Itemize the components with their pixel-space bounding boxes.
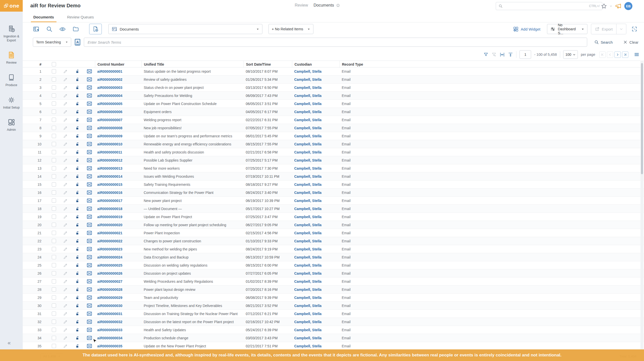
table-row[interactable]: 26 aiR0000 <box>23 269 644 277</box>
table-row[interactable]: 8 aiR00000 <box>23 124 644 132</box>
custodian-link[interactable]: Campbell, Stella <box>294 207 321 211</box>
product-logo[interactable]: one <box>0 0 23 12</box>
edit-pencil-icon[interactable] <box>63 303 68 308</box>
recent-documents-button[interactable] <box>89 24 102 34</box>
control-number-link[interactable]: aiR0000000005 <box>97 102 122 106</box>
edit-pencil-icon[interactable] <box>63 198 68 203</box>
custodian-link[interactable]: Campbell, Stella <box>294 102 321 106</box>
row-checkbox[interactable] <box>52 198 56 203</box>
edit-pencil-icon[interactable] <box>63 231 68 235</box>
custodian-link[interactable]: Campbell, Stella <box>294 86 321 90</box>
lock-open-icon[interactable] <box>75 271 80 276</box>
edit-pencil-icon[interactable] <box>63 150 68 154</box>
column-header-unified-title[interactable]: Unified Title <box>141 61 243 68</box>
lock-open-icon[interactable] <box>75 85 80 90</box>
table-row[interactable]: 19 aiR0000 <box>23 213 644 221</box>
column-header-record-type[interactable]: Record Type <box>339 61 644 68</box>
control-number-link[interactable]: aiR0000000029 <box>97 296 122 300</box>
edit-pencil-icon[interactable] <box>63 69 68 74</box>
custodian-link[interactable]: Campbell, Stella <box>294 183 321 187</box>
favorite-star-icon[interactable] <box>336 3 340 8</box>
control-number-link[interactable]: aiR0000000013 <box>97 166 122 170</box>
control-number-link[interactable]: aiR0000000008 <box>97 126 122 130</box>
edit-pencil-icon[interactable] <box>63 295 68 300</box>
lock-open-icon[interactable] <box>75 279 80 284</box>
custodian-link[interactable]: Campbell, Stella <box>294 279 321 283</box>
row-checkbox[interactable] <box>52 303 56 308</box>
edit-pencil-icon[interactable] <box>63 110 68 114</box>
control-number-link[interactable]: aiR0000000033 <box>97 328 122 332</box>
custodian-link[interactable]: Campbell, Stella <box>294 78 321 82</box>
sidebar-item-produce[interactable]: Produce <box>0 73 23 87</box>
lock-open-icon[interactable] <box>75 295 80 300</box>
search-panel-icon[interactable] <box>46 26 53 32</box>
table-row[interactable]: 21 aiR0000 <box>23 229 644 237</box>
lock-open-icon[interactable] <box>75 190 80 195</box>
custodian-link[interactable]: Campbell, Stella <box>294 126 321 130</box>
table-row[interactable]: 24 aiR0000 <box>23 253 644 261</box>
related-items-select[interactable]: + No Related Items <box>268 24 313 34</box>
control-number-link[interactable]: aiR0000000025 <box>97 263 122 267</box>
table-row[interactable]: 11 aiR0000 <box>23 148 644 156</box>
edit-pencil-icon[interactable] <box>63 174 68 179</box>
control-number-link[interactable]: aiR0000000004 <box>97 94 122 98</box>
lock-open-icon[interactable] <box>75 328 80 332</box>
row-checkbox[interactable] <box>52 239 56 243</box>
row-checkbox[interactable] <box>52 101 56 106</box>
user-avatar[interactable]: EB <box>624 2 632 10</box>
edit-pencil-icon[interactable] <box>63 287 68 292</box>
table-row[interactable]: 22 aiR0000 <box>23 237 644 245</box>
views-eye-icon[interactable] <box>59 26 66 33</box>
control-number-link[interactable]: aiR0000000032 <box>97 320 122 324</box>
custodian-link[interactable]: Campbell, Stella <box>294 239 321 243</box>
next-page-icon[interactable] <box>614 51 621 58</box>
row-checkbox[interactable] <box>52 150 56 154</box>
lock-open-icon[interactable] <box>75 69 80 74</box>
row-checkbox[interactable] <box>52 93 56 98</box>
custodian-link[interactable]: Campbell, Stella <box>294 296 321 300</box>
control-number-link[interactable]: aiR0000000024 <box>97 255 122 259</box>
table-row[interactable]: 1 aiR00000 <box>23 67 644 75</box>
lock-open-icon[interactable] <box>75 255 80 260</box>
global-search-input[interactable] <box>505 4 587 8</box>
table-row[interactable]: 27 aiR0000 <box>23 277 644 286</box>
row-checkbox[interactable] <box>52 110 56 114</box>
edit-pencil-icon[interactable] <box>63 312 68 316</box>
table-row[interactable]: 35 aiR0000 <box>23 342 644 350</box>
lock-open-icon[interactable] <box>75 215 80 219</box>
vertical-scrollbar[interactable] <box>640 61 643 349</box>
column-header-control-number[interactable]: Control Number <box>95 61 141 68</box>
edit-pencil-icon[interactable] <box>63 344 68 348</box>
edit-pencil-icon[interactable] <box>63 166 68 171</box>
edit-pencil-icon[interactable] <box>63 223 68 227</box>
sidebar-item-ingestion-export[interactable]: Ingestion & Export <box>0 25 23 42</box>
table-row[interactable]: 30 aiR0000 <box>23 302 644 310</box>
custodian-link[interactable]: Campbell, Stella <box>294 215 321 219</box>
control-number-link[interactable]: aiR0000000019 <box>97 215 122 219</box>
row-checkbox[interactable] <box>52 336 56 340</box>
lock-open-icon[interactable] <box>75 312 80 316</box>
collapse-sidebar-icon[interactable]: « <box>8 340 11 346</box>
table-row[interactable]: 4 aiR00000 <box>23 92 644 100</box>
table-row[interactable]: 12 aiR0000 <box>23 156 644 164</box>
table-row[interactable]: 14 aiR0000 <box>23 172 644 180</box>
fit-row-height-icon[interactable] <box>508 52 513 57</box>
lock-open-icon[interactable] <box>75 101 80 106</box>
table-row[interactable]: 13 aiR0000 <box>23 164 644 172</box>
edit-pencil-icon[interactable] <box>63 134 68 138</box>
lock-open-icon[interactable] <box>75 158 80 163</box>
control-number-link[interactable]: aiR0000000027 <box>97 279 122 283</box>
table-row[interactable]: 15 aiR0000 <box>23 180 644 189</box>
lock-open-icon[interactable] <box>75 287 80 292</box>
edit-pencil-icon[interactable] <box>63 328 68 332</box>
table-row[interactable]: 20 aiR0000 <box>23 221 644 229</box>
page-number-input[interactable] <box>519 50 531 59</box>
custodian-link[interactable]: Campbell, Stella <box>294 336 321 340</box>
browser-panel-icon[interactable] <box>33 26 39 32</box>
custodian-link[interactable]: Campbell, Stella <box>294 255 321 259</box>
lock-open-icon[interactable] <box>75 150 80 154</box>
custodian-link[interactable]: Campbell, Stella <box>294 134 321 138</box>
custodian-link[interactable]: Campbell, Stella <box>294 288 321 292</box>
custodian-link[interactable]: Campbell, Stella <box>294 223 321 227</box>
control-number-link[interactable]: aiR0000000016 <box>97 191 122 195</box>
